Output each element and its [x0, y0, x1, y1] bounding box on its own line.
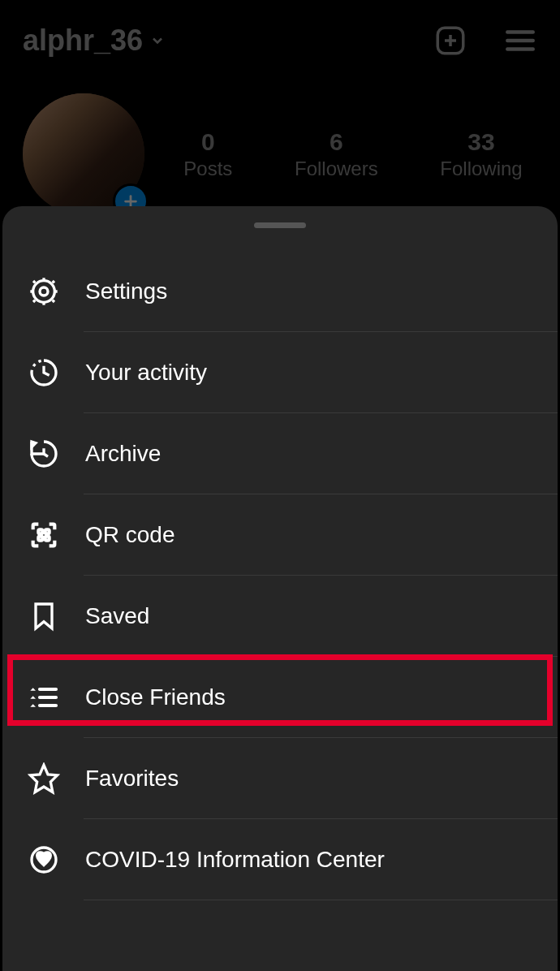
- menu-item-qr-code[interactable]: QR code: [2, 494, 558, 576]
- menu-item-archive[interactable]: Archive: [2, 413, 558, 494]
- svg-rect-12: [38, 537, 42, 541]
- svg-marker-16: [30, 696, 36, 698]
- covid-heart-icon: [27, 843, 61, 877]
- svg-rect-11: [45, 529, 50, 533]
- menu-label: Your activity: [85, 360, 533, 386]
- menu-label: Settings: [85, 278, 533, 304]
- menu-item-your-activity[interactable]: Your activity: [2, 332, 558, 413]
- menu-item-settings[interactable]: Settings: [2, 251, 558, 332]
- gear-icon: [27, 274, 61, 309]
- menu-label: COVID-19 Information Center: [85, 847, 533, 873]
- close-friends-icon: [27, 680, 61, 714]
- menu-label: Favorites: [85, 766, 533, 792]
- menu-item-covid-info[interactable]: COVID-19 Information Center: [2, 819, 558, 900]
- svg-rect-10: [38, 529, 42, 533]
- archive-icon: [27, 437, 61, 471]
- menu-item-favorites[interactable]: Favorites: [2, 738, 558, 819]
- svg-marker-20: [30, 765, 57, 792]
- svg-marker-18: [30, 704, 36, 706]
- menu-item-saved[interactable]: Saved: [2, 576, 558, 657]
- divider: [84, 900, 558, 900]
- menu-item-close-friends[interactable]: Close Friends: [2, 657, 558, 738]
- menu-label: Archive: [85, 441, 533, 467]
- svg-rect-13: [45, 537, 50, 541]
- activity-icon: [27, 356, 61, 390]
- menu-label: QR code: [85, 522, 533, 548]
- sheet-drag-handle[interactable]: [254, 222, 306, 228]
- svg-point-9: [40, 287, 48, 296]
- bottom-sheet-menu: Settings Your activity Archive: [2, 206, 558, 971]
- qr-code-icon: [27, 518, 61, 552]
- svg-marker-14: [30, 688, 36, 690]
- bookmark-icon: [27, 599, 61, 633]
- menu-label: Close Friends: [85, 684, 533, 710]
- menu-label: Saved: [85, 603, 533, 629]
- star-icon: [27, 762, 61, 796]
